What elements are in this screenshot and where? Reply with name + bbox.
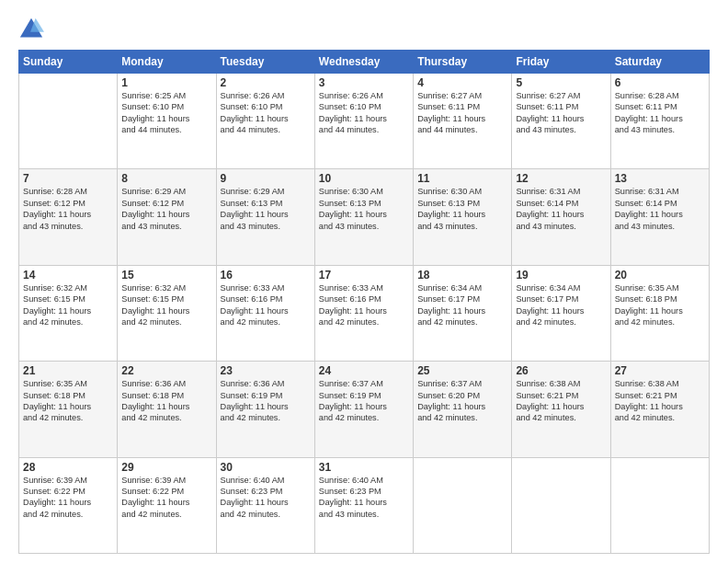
day-number: 10	[319, 172, 409, 185]
day-number: 13	[615, 172, 705, 185]
calendar-cell: 16Sunrise: 6:33 AM Sunset: 6:16 PM Dayli…	[216, 265, 314, 361]
calendar-cell: 9Sunrise: 6:29 AM Sunset: 6:13 PM Daylig…	[216, 169, 314, 265]
day-number: 18	[417, 269, 507, 282]
calendar-cell: 12Sunrise: 6:31 AM Sunset: 6:14 PM Dayli…	[512, 169, 610, 265]
calendar-cell: 25Sunrise: 6:37 AM Sunset: 6:20 PM Dayli…	[414, 362, 512, 457]
day-info: Sunrise: 6:26 AM Sunset: 6:10 PM Dayligh…	[221, 90, 311, 136]
calendar-cell: 26Sunrise: 6:38 AM Sunset: 6:21 PM Dayli…	[512, 362, 610, 457]
day-info: Sunrise: 6:31 AM Sunset: 6:14 PM Dayligh…	[516, 186, 606, 232]
day-number: 11	[417, 172, 507, 185]
day-number: 25	[417, 364, 507, 377]
day-number: 24	[319, 364, 409, 377]
day-number: 21	[23, 364, 113, 377]
week-row-5: 28Sunrise: 6:39 AM Sunset: 6:22 PM Dayli…	[19, 457, 710, 553]
week-row-4: 21Sunrise: 6:35 AM Sunset: 6:18 PM Dayli…	[19, 362, 710, 457]
day-info: Sunrise: 6:28 AM Sunset: 6:11 PM Dayligh…	[615, 90, 705, 136]
weekday-header-wednesday: Wednesday	[314, 51, 413, 74]
day-info: Sunrise: 6:29 AM Sunset: 6:12 PM Dayligh…	[121, 186, 211, 232]
day-info: Sunrise: 6:38 AM Sunset: 6:21 PM Dayligh…	[615, 378, 705, 424]
calendar-cell: 1Sunrise: 6:25 AM Sunset: 6:10 PM Daylig…	[118, 74, 216, 169]
day-info: Sunrise: 6:32 AM Sunset: 6:15 PM Dayligh…	[121, 282, 211, 328]
day-number: 5	[516, 76, 606, 89]
day-number: 3	[319, 76, 409, 89]
day-number: 22	[121, 364, 211, 377]
day-info: Sunrise: 6:30 AM Sunset: 6:13 PM Dayligh…	[417, 186, 507, 232]
day-number: 9	[221, 172, 311, 185]
calendar-cell: 29Sunrise: 6:39 AM Sunset: 6:22 PM Dayli…	[118, 457, 216, 553]
day-info: Sunrise: 6:37 AM Sunset: 6:20 PM Dayligh…	[417, 378, 507, 424]
day-number: 20	[615, 269, 705, 282]
header	[18, 17, 710, 42]
day-info: Sunrise: 6:27 AM Sunset: 6:11 PM Dayligh…	[516, 90, 606, 136]
day-info: Sunrise: 6:34 AM Sunset: 6:17 PM Dayligh…	[516, 282, 606, 328]
calendar-cell: 24Sunrise: 6:37 AM Sunset: 6:19 PM Dayli…	[314, 362, 413, 457]
weekday-header-tuesday: Tuesday	[216, 51, 314, 74]
day-info: Sunrise: 6:33 AM Sunset: 6:16 PM Dayligh…	[221, 282, 311, 328]
calendar-cell: 10Sunrise: 6:30 AM Sunset: 6:13 PM Dayli…	[314, 169, 413, 265]
day-info: Sunrise: 6:40 AM Sunset: 6:23 PM Dayligh…	[221, 475, 311, 521]
calendar-cell: 31Sunrise: 6:40 AM Sunset: 6:23 PM Dayli…	[314, 457, 413, 553]
calendar-cell: 28Sunrise: 6:39 AM Sunset: 6:22 PM Dayli…	[19, 457, 118, 553]
day-number: 19	[516, 269, 606, 282]
day-info: Sunrise: 6:36 AM Sunset: 6:18 PM Dayligh…	[121, 378, 211, 424]
calendar-cell: 21Sunrise: 6:35 AM Sunset: 6:18 PM Dayli…	[19, 362, 118, 457]
day-number: 29	[121, 461, 211, 474]
day-info: Sunrise: 6:30 AM Sunset: 6:13 PM Dayligh…	[319, 186, 409, 232]
day-number: 2	[221, 76, 311, 89]
weekday-header-friday: Friday	[512, 51, 610, 74]
day-info: Sunrise: 6:37 AM Sunset: 6:19 PM Dayligh…	[319, 378, 409, 424]
day-info: Sunrise: 6:25 AM Sunset: 6:10 PM Dayligh…	[121, 90, 211, 136]
weekday-header-saturday: Saturday	[610, 51, 709, 74]
weekday-header-row: SundayMondayTuesdayWednesdayThursdayFrid…	[19, 51, 710, 74]
day-number: 6	[615, 76, 705, 89]
day-info: Sunrise: 6:28 AM Sunset: 6:12 PM Dayligh…	[23, 186, 113, 232]
day-info: Sunrise: 6:26 AM Sunset: 6:10 PM Dayligh…	[319, 90, 409, 136]
logo	[18, 17, 48, 42]
calendar-cell: 18Sunrise: 6:34 AM Sunset: 6:17 PM Dayli…	[414, 265, 512, 361]
week-row-3: 14Sunrise: 6:32 AM Sunset: 6:15 PM Dayli…	[19, 265, 710, 361]
calendar-cell: 5Sunrise: 6:27 AM Sunset: 6:11 PM Daylig…	[512, 74, 610, 169]
day-info: Sunrise: 6:29 AM Sunset: 6:13 PM Dayligh…	[221, 186, 311, 232]
day-number: 16	[221, 269, 311, 282]
calendar-cell: 4Sunrise: 6:27 AM Sunset: 6:11 PM Daylig…	[414, 74, 512, 169]
day-number: 1	[121, 76, 211, 89]
day-info: Sunrise: 6:39 AM Sunset: 6:22 PM Dayligh…	[121, 475, 211, 521]
calendar-cell: 14Sunrise: 6:32 AM Sunset: 6:15 PM Dayli…	[19, 265, 118, 361]
day-info: Sunrise: 6:31 AM Sunset: 6:14 PM Dayligh…	[615, 186, 705, 232]
day-info: Sunrise: 6:34 AM Sunset: 6:17 PM Dayligh…	[417, 282, 507, 328]
calendar-cell	[19, 74, 118, 169]
day-number: 23	[221, 364, 311, 377]
weekday-header-thursday: Thursday	[414, 51, 512, 74]
calendar-cell: 23Sunrise: 6:36 AM Sunset: 6:19 PM Dayli…	[216, 362, 314, 457]
calendar-cell: 11Sunrise: 6:30 AM Sunset: 6:13 PM Dayli…	[414, 169, 512, 265]
day-number: 27	[615, 364, 705, 377]
calendar-table: SundayMondayTuesdayWednesdayThursdayFrid…	[18, 50, 710, 554]
day-number: 26	[516, 364, 606, 377]
calendar-cell: 20Sunrise: 6:35 AM Sunset: 6:18 PM Dayli…	[610, 265, 709, 361]
day-number: 31	[319, 461, 409, 474]
calendar-cell: 13Sunrise: 6:31 AM Sunset: 6:14 PM Dayli…	[610, 169, 709, 265]
day-info: Sunrise: 6:38 AM Sunset: 6:21 PM Dayligh…	[516, 378, 606, 424]
day-info: Sunrise: 6:39 AM Sunset: 6:22 PM Dayligh…	[23, 475, 113, 521]
calendar-cell: 3Sunrise: 6:26 AM Sunset: 6:10 PM Daylig…	[314, 74, 413, 169]
week-row-1: 1Sunrise: 6:25 AM Sunset: 6:10 PM Daylig…	[19, 74, 710, 169]
calendar-cell: 6Sunrise: 6:28 AM Sunset: 6:11 PM Daylig…	[610, 74, 709, 169]
day-info: Sunrise: 6:35 AM Sunset: 6:18 PM Dayligh…	[615, 282, 705, 328]
page: SundayMondayTuesdayWednesdayThursdayFrid…	[0, 0, 728, 563]
day-number: 14	[23, 269, 113, 282]
calendar-cell: 30Sunrise: 6:40 AM Sunset: 6:23 PM Dayli…	[216, 457, 314, 553]
day-info: Sunrise: 6:36 AM Sunset: 6:19 PM Dayligh…	[221, 378, 311, 424]
week-row-2: 7Sunrise: 6:28 AM Sunset: 6:12 PM Daylig…	[19, 169, 710, 265]
day-number: 4	[417, 76, 507, 89]
day-info: Sunrise: 6:33 AM Sunset: 6:16 PM Dayligh…	[319, 282, 409, 328]
calendar-cell: 7Sunrise: 6:28 AM Sunset: 6:12 PM Daylig…	[19, 169, 118, 265]
day-number: 15	[121, 269, 211, 282]
weekday-header-monday: Monday	[118, 51, 216, 74]
day-info: Sunrise: 6:27 AM Sunset: 6:11 PM Dayligh…	[417, 90, 507, 136]
calendar-cell: 22Sunrise: 6:36 AM Sunset: 6:18 PM Dayli…	[118, 362, 216, 457]
calendar-cell: 2Sunrise: 6:26 AM Sunset: 6:10 PM Daylig…	[216, 74, 314, 169]
calendar-cell	[414, 457, 512, 553]
calendar-cell: 8Sunrise: 6:29 AM Sunset: 6:12 PM Daylig…	[118, 169, 216, 265]
day-number: 8	[121, 172, 211, 185]
day-number: 30	[221, 461, 311, 474]
